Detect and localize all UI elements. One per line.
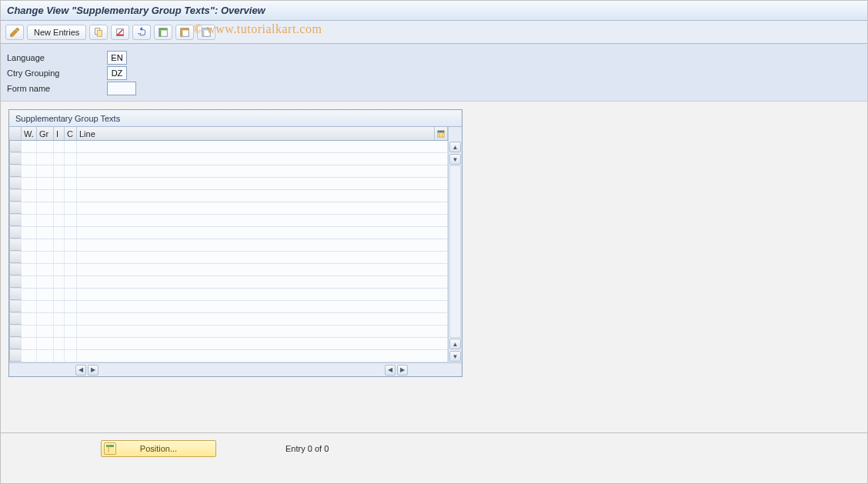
row-selector[interactable] xyxy=(9,325,22,337)
table-grid: W. Gr I C Line xyxy=(9,127,448,362)
svg-rect-8 xyxy=(181,28,189,30)
svg-rect-5 xyxy=(159,28,168,30)
row-selector[interactable] xyxy=(9,239,22,251)
undo-change-button[interactable] xyxy=(132,25,151,40)
row-selector[interactable] xyxy=(9,289,22,300)
copy-as-button[interactable] xyxy=(89,25,108,40)
row-selector[interactable] xyxy=(9,264,22,275)
svg-rect-14 xyxy=(438,130,444,132)
col-header-c[interactable]: C xyxy=(65,127,77,140)
svg-rect-11 xyxy=(202,28,211,30)
vertical-scrollbar[interactable]: ▲ ▼ ▲ ▼ xyxy=(448,127,462,362)
table-row[interactable] xyxy=(9,141,448,153)
scroll-track[interactable] xyxy=(449,165,461,338)
deselect-all-button[interactable] xyxy=(197,25,215,40)
table-row[interactable] xyxy=(9,313,448,325)
delete-button[interactable] xyxy=(111,25,129,40)
table-body xyxy=(9,141,448,362)
pencil-icon xyxy=(9,27,20,38)
scroll-down-bottom-button[interactable]: ▼ xyxy=(449,351,461,362)
row-selector[interactable] xyxy=(9,227,22,239)
application-toolbar: New Entries © www.tutorialkart.com xyxy=(1,21,867,44)
row-selector[interactable] xyxy=(9,178,22,189)
header-form: Language EN Ctry Grouping DZ Form name xyxy=(1,44,867,102)
entry-count-text: Entry 0 of 0 xyxy=(285,444,329,453)
row-selector[interactable] xyxy=(9,252,22,263)
table-row[interactable] xyxy=(9,338,448,350)
table-row[interactable] xyxy=(9,165,448,178)
table-row[interactable] xyxy=(9,202,448,215)
table-config-button[interactable] xyxy=(434,127,448,140)
table-row[interactable] xyxy=(9,289,448,301)
svg-rect-3 xyxy=(117,34,124,35)
scroll-up-button[interactable]: ▲ xyxy=(449,142,461,152)
row-selector[interactable] xyxy=(9,190,22,202)
table-row[interactable] xyxy=(9,239,448,252)
scroll-down-button[interactable]: ▼ xyxy=(449,154,461,165)
row-selector[interactable] xyxy=(9,141,22,152)
table-row[interactable] xyxy=(9,215,448,227)
row-selector[interactable] xyxy=(9,215,22,226)
svg-rect-6 xyxy=(159,30,162,36)
table-row[interactable] xyxy=(9,325,448,338)
horizontal-scrollbar[interactable]: ◀ ▶ ◀ ▶ xyxy=(9,362,462,376)
svg-rect-12 xyxy=(202,30,205,36)
col-header-line[interactable]: Line xyxy=(77,127,434,140)
ctry-grouping-field[interactable]: DZ xyxy=(107,66,127,80)
main-content: Supplementary Group Texts W. Gr I C Line xyxy=(1,102,867,385)
scroll-up-bottom-button[interactable]: ▲ xyxy=(449,339,461,349)
row-selector[interactable] xyxy=(9,165,22,177)
table-row[interactable] xyxy=(9,153,448,165)
scroll-right-button[interactable]: ◀ xyxy=(385,365,396,376)
col-header-gr[interactable]: Gr xyxy=(37,127,54,140)
page-title: Change View "Supplementary Group Texts":… xyxy=(7,5,265,16)
copy-icon xyxy=(93,27,104,38)
toggle-display-change-button[interactable] xyxy=(5,25,24,40)
select-block-button[interactable] xyxy=(175,25,194,40)
position-label: Position... xyxy=(140,444,177,453)
footer-bar: Position... Entry 0 of 0 xyxy=(1,432,867,463)
row-selector[interactable] xyxy=(9,202,22,214)
row-selector[interactable] xyxy=(9,301,22,312)
row-selector[interactable] xyxy=(9,338,22,349)
svg-rect-18 xyxy=(106,445,114,447)
delete-icon xyxy=(115,27,125,38)
table-settings-icon xyxy=(437,129,445,139)
row-selector[interactable] xyxy=(9,350,22,362)
form-name-field[interactable] xyxy=(107,82,136,95)
row-selector[interactable] xyxy=(9,313,22,325)
table-row[interactable] xyxy=(9,350,448,362)
table-row[interactable] xyxy=(9,264,448,276)
language-label: Language xyxy=(7,53,107,62)
position-icon xyxy=(104,442,116,455)
table-row[interactable] xyxy=(9,227,448,239)
new-entries-label: New Entries xyxy=(34,28,79,37)
ctry-grouping-label: Ctry Grouping xyxy=(7,68,107,78)
col-selector[interactable] xyxy=(9,127,22,140)
col-header-w[interactable]: W. xyxy=(22,127,37,140)
table-control: Supplementary Group Texts W. Gr I C Line xyxy=(8,109,462,377)
table-row[interactable] xyxy=(9,276,448,289)
new-entries-button[interactable]: New Entries xyxy=(27,25,86,40)
table-title: Supplementary Group Texts xyxy=(9,110,462,127)
form-name-label: Form name xyxy=(7,84,107,93)
table-row[interactable] xyxy=(9,301,448,313)
table-row[interactable] xyxy=(9,252,448,264)
row-selector[interactable] xyxy=(9,153,22,165)
scroll-first-button[interactable]: ◀ xyxy=(75,365,86,376)
table-row[interactable] xyxy=(9,190,448,202)
table-row[interactable] xyxy=(9,178,448,190)
scroll-left-button[interactable]: ▶ xyxy=(88,365,98,376)
select-all-button[interactable] xyxy=(154,25,172,40)
language-field[interactable]: EN xyxy=(107,51,127,65)
deselect-all-icon xyxy=(201,27,212,38)
row-selector[interactable] xyxy=(9,276,22,288)
col-header-i[interactable]: I xyxy=(54,127,65,140)
select-all-icon xyxy=(158,27,169,38)
svg-rect-1 xyxy=(98,30,102,36)
position-button[interactable]: Position... xyxy=(101,440,216,457)
svg-rect-9 xyxy=(181,30,183,36)
select-block-icon xyxy=(179,27,190,38)
app-window: Change View "Supplementary Group Texts":… xyxy=(0,0,868,484)
scroll-last-button[interactable]: ▶ xyxy=(397,365,408,376)
